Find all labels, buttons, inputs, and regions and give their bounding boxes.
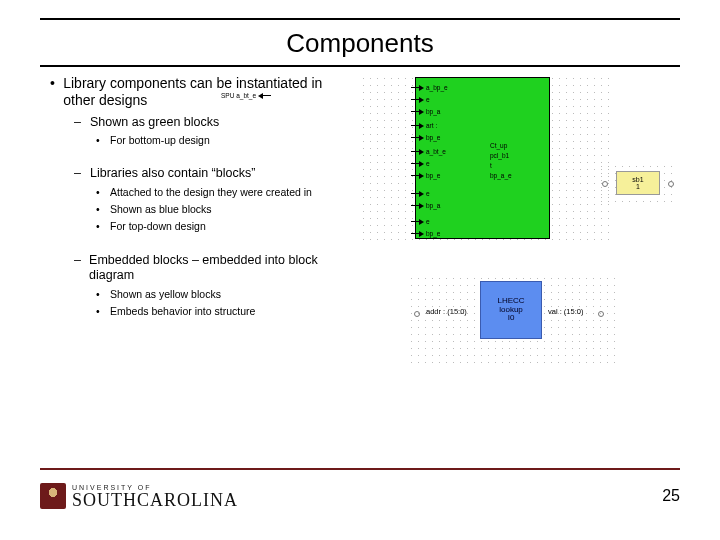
pin-label: e (426, 218, 430, 225)
green-component-diagram: a_bp_e e bp_a art : bp_e a_bt_e e bp_e e… (360, 75, 610, 245)
diagram-column: a_bp_e e bp_a art : bp_e a_bt_e e bp_e e… (350, 75, 680, 321)
yellow-block: sb1 1 (616, 171, 660, 195)
pin: bp_a (414, 108, 720, 115)
blue-component-diagram: addr : (15:0) LHECC lookup I0 val : (15:… (408, 275, 618, 365)
bullet-sub1-1: • For bottom-up design (96, 133, 350, 147)
bullet-sub3-2: • Embeds behavior into structure (96, 304, 350, 318)
title-rule (40, 65, 680, 67)
bullet-sub2: – Libraries also contain “blocks” (74, 166, 350, 182)
bullet-sub3-text: Embedded blocks – embedded into block di… (89, 253, 350, 284)
pin-label: bp_a (426, 108, 440, 115)
pin-label: e (426, 160, 430, 167)
pin: a_bt_e (414, 148, 720, 155)
pin-label: e (426, 190, 430, 197)
yellow-component-diagram: sb1 1 (598, 163, 678, 203)
logo-text: UNIVERSITY OF SOUTHCAROLINA (72, 484, 238, 509)
pin-label: bp_a (426, 202, 440, 209)
port-label-right: val : (15:0) (548, 307, 583, 316)
port-ring-icon (668, 181, 674, 187)
university-logo: UNIVERSITY OF SOUTHCAROLINA (40, 483, 238, 509)
footer: UNIVERSITY OF SOUTHCAROLINA 25 (40, 474, 680, 518)
inside-label: Ct_up (490, 142, 507, 149)
port-ring-icon (602, 181, 608, 187)
bullet-sub3-1: • Shown as yellow blocks (96, 287, 350, 301)
pin: bp_a (414, 202, 720, 209)
pin-label: a_bt_e (426, 148, 446, 155)
footer-rule (40, 468, 680, 470)
pin-label: bp_e (426, 172, 440, 179)
bullet-dot-icon: • (50, 75, 63, 109)
dash-icon: – (74, 253, 89, 284)
inside-label: pcl_b1 (490, 152, 509, 159)
green-block: a_bp_e e bp_a art : bp_e a_bt_e e bp_e e… (415, 77, 550, 239)
bullet-dot-icon: • (96, 219, 110, 233)
slide-title: Components (0, 20, 720, 65)
inside-label: bp_a_e (490, 172, 512, 179)
pin-label: bp_e (426, 134, 440, 141)
blue-block: LHECC lookup I0 (480, 281, 542, 339)
page-number: 25 (662, 487, 680, 505)
bullet-sub1-1-text: For bottom-up design (110, 133, 210, 147)
blue-label-3: I0 (481, 314, 541, 323)
pin-label: bp_e (426, 230, 440, 237)
pin: bp_e (414, 134, 720, 141)
bullet-sub1-text: Shown as green blocks (90, 115, 219, 131)
inside-label: t (490, 162, 492, 169)
bullet-dot-icon: • (96, 287, 110, 301)
pin-label: a_bp_e (426, 84, 448, 91)
bullet-sub2-2: • Shown as blue blocks (96, 202, 350, 216)
pin: bp_e (414, 230, 720, 237)
bullet-sub2-3: • For top-down design (96, 219, 350, 233)
dash-icon: – (74, 115, 90, 131)
port-label-left: addr : (15:0) (426, 307, 467, 316)
port-ring-icon (414, 311, 420, 317)
yellow-label-2: 1 (617, 183, 659, 190)
bullet-sub3: – Embedded blocks – embedded into block … (74, 253, 350, 284)
pin-label: SPU a_bt_e (221, 92, 256, 99)
bullet-sub3-2-text: Embeds behavior into structure (110, 304, 255, 318)
tree-icon (40, 483, 66, 509)
bullet-dot-icon: • (96, 133, 110, 147)
yellow-label-1: sb1 (617, 176, 659, 183)
dash-icon: – (74, 166, 90, 182)
pin: a_bp_e (414, 84, 720, 91)
pin: art : (414, 122, 720, 129)
bullet-sub3-1-text: Shown as yellow blocks (110, 287, 221, 301)
port-ring-icon (598, 311, 604, 317)
bullet-sub2-1: • Attached to the design they were creat… (96, 185, 350, 199)
bullet-dot-icon: • (96, 185, 110, 199)
bullet-column: • Library components can be instantiated… (40, 75, 350, 321)
bullet-dot-icon: • (96, 202, 110, 216)
content-area: • Library components can be instantiated… (40, 75, 680, 321)
bullet-sub1: – Shown as green blocks (74, 115, 350, 131)
bullet-sub2-1-text: Attached to the design they were created… (110, 185, 312, 199)
pin: SPU a_bt_e (221, 92, 551, 99)
logo-line2: SOUTHCAROLINA (72, 491, 238, 509)
bullet-sub2-3-text: For top-down design (110, 219, 206, 233)
bullet-sub2-text: Libraries also contain “blocks” (90, 166, 255, 182)
pin: e (414, 218, 720, 225)
bullet-sub2-2-text: Shown as blue blocks (110, 202, 212, 216)
bullet-dot-icon: • (96, 304, 110, 318)
pin-label: art : (426, 122, 437, 129)
